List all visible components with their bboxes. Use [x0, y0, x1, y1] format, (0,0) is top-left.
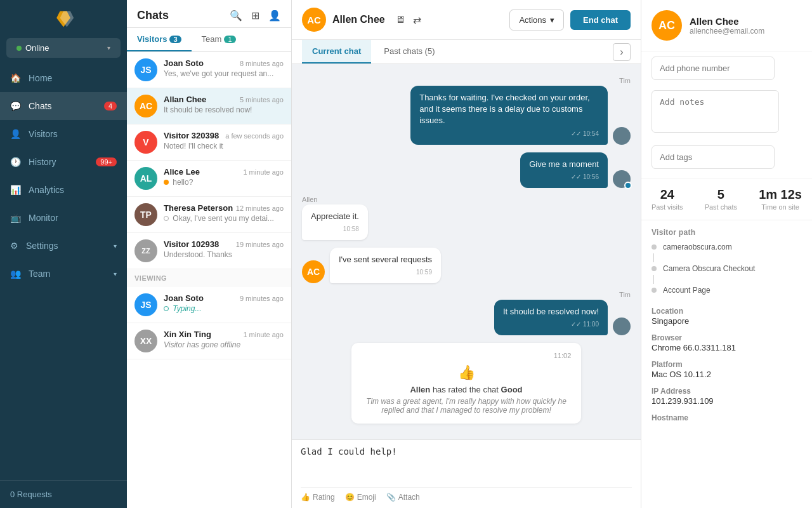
sidebar-item-team[interactable]: 👥 Team ▾: [0, 260, 127, 288]
chat-name: Joan Soto: [164, 58, 204, 68]
sidebar-item-chats[interactable]: 💬 Chats 4: [0, 92, 127, 120]
tab-arrow[interactable]: ›: [613, 43, 631, 61]
chats-icon: 💬: [10, 101, 21, 111]
status-selector[interactable]: Online ▾: [6, 38, 121, 58]
list-item[interactable]: AL Alice Lee 1 minute ago hello?: [127, 161, 291, 197]
chat-time: a few seconds ago: [225, 132, 284, 140]
stat-label: Past visits: [652, 203, 683, 211]
requests-label: 0 Requests: [10, 490, 52, 499]
sidebar-nav: 🏠 Home 💬 Chats 4 👤 Visitors 🕐 History 99…: [0, 64, 127, 480]
message-bubble: Give me a moment ✓✓ 10:56: [520, 152, 608, 188]
rating-icon: 👍: [301, 493, 310, 502]
avatar: TP: [134, 203, 157, 226]
message-bubble: I've sent several requests 10:59: [330, 248, 441, 283]
chat-time: 12 minutes ago: [236, 204, 284, 212]
chat-tabs: Visitors 3 Team 1: [127, 28, 291, 52]
sidebar-item-label: History: [29, 157, 56, 167]
stat-value: 1m 12s: [759, 187, 802, 202]
chat-preview: Typing...: [164, 304, 284, 313]
tab-current-chat[interactable]: Current chat: [302, 40, 371, 64]
path-dot: [652, 244, 657, 250]
message-bubble: Thanks for waiting. I've checked on your…: [410, 86, 608, 145]
tab-visitors[interactable]: Visitors 3: [127, 28, 192, 51]
sidebar-item-label: Analytics: [29, 185, 64, 195]
stat-value: 5: [705, 187, 737, 202]
list-item[interactable]: JS Joan Soto 8 minutes ago Yes, we've go…: [127, 52, 291, 88]
visitor-path-header: Visitor path: [641, 220, 812, 241]
message-row: It should be resolved now! ✓✓ 11:00: [302, 300, 631, 335]
list-item[interactable]: JS Joan Soto 9 minutes ago Typing...: [127, 287, 291, 323]
topbar-right: Actions ▾ End chat: [509, 10, 631, 30]
list-item[interactable]: TP Theresa Peterson 12 minutes ago Okay,…: [127, 197, 291, 233]
browser-row: Browser Chrome 66.0.3311.181: [641, 330, 812, 356]
end-chat-button[interactable]: End chat: [570, 10, 631, 30]
stats-row: 24 Past visits 5 Past chats 1m 12s Time …: [641, 178, 812, 220]
chat-topbar: AC Allen Chee 🖥 ⇄ Actions ▾ End chat: [292, 0, 641, 40]
chat-preview: It should be resolved now!: [164, 105, 284, 114]
grid-icon[interactable]: ⊞: [251, 10, 259, 22]
right-panel: AC Allen Chee allenchee@email.com 24 Pas…: [641, 0, 812, 508]
sidebar-item-analytics[interactable]: 📊 Analytics: [0, 176, 127, 204]
emoji-action[interactable]: 😊 Emoji: [345, 493, 376, 502]
chats-badge: 4: [104, 102, 117, 110]
sidebar-item-visitors[interactable]: 👤 Visitors: [0, 120, 127, 148]
list-item[interactable]: V Visitor 320398 a few seconds ago Noted…: [127, 124, 291, 161]
chat-time: 1 minute ago: [243, 331, 284, 338]
rating-container: 11:02 👍 Allen has rated the chat Good Ti…: [302, 343, 631, 424]
agent-avatar: [613, 127, 631, 145]
chat-preview: hello?: [164, 178, 284, 187]
chat-preview: Noted! I'll check it: [164, 142, 284, 150]
chat-time: 5 minutes ago: [240, 96, 284, 104]
message-input[interactable]: Glad I could help!: [301, 446, 632, 485]
list-item[interactable]: XX Xin Xin Ting 1 minute ago Visitor has…: [127, 323, 291, 359]
rating-card: 11:02 👍 Allen has rated the chat Good Ti…: [351, 343, 582, 424]
avatar: V: [134, 131, 157, 154]
message-bubble: Appreciate it. 10:58: [302, 204, 368, 240]
actions-button[interactable]: Actions ▾: [509, 10, 564, 30]
chat-name: Allan Chee: [164, 95, 206, 104]
settings-chevron: ▾: [114, 243, 117, 250]
path-line: [653, 275, 654, 284]
sidebar-item-history[interactable]: 🕐 History 99+: [0, 148, 127, 176]
stat-value: 24: [652, 187, 683, 202]
chat-message-tabs: Current chat Past chats (5) ›: [292, 40, 641, 64]
stat-time-on-site: 1m 12s Time on site: [759, 187, 802, 211]
chat-name: Visitor 102938: [164, 239, 219, 249]
avatar: ZZ: [134, 239, 157, 262]
message-row: Thanks for waiting. I've checked on your…: [302, 86, 631, 145]
list-item[interactable]: AC Allan Chee 5 minutes ago It should be…: [127, 88, 291, 124]
ip-address-row: IP Address 101.239.931.109: [641, 383, 812, 410]
hostname-row: Hostname: [641, 410, 812, 427]
status-dot: [164, 180, 169, 185]
sidebar-item-home[interactable]: 🏠 Home: [0, 64, 127, 92]
path-line: [653, 253, 654, 262]
sidebar-item-monitor[interactable]: 📺 Monitor: [0, 204, 127, 232]
messages-container: Tim Thanks for waiting. I've checked on …: [292, 64, 641, 439]
list-item[interactable]: ZZ Visitor 102938 19 minutes ago Underst…: [127, 233, 291, 269]
search-icon[interactable]: 🔍: [230, 10, 242, 22]
input-toolbar: 👍 Rating 😊 Emoji 📎 Attach: [301, 487, 632, 502]
phone-input[interactable]: [652, 57, 775, 80]
rating-action[interactable]: 👍 Rating: [301, 493, 335, 502]
chat-preview: Okay, I've sent you my detai...: [164, 214, 284, 223]
message-time: ✓✓ 11:00: [503, 320, 599, 329]
sender-label: Tim: [302, 77, 631, 84]
attach-action[interactable]: 📎 Attach: [386, 493, 420, 502]
path-text: cameraobscura.com: [663, 243, 732, 251]
user-avatar-icon[interactable]: 👤: [268, 10, 281, 22]
tab-past-chats[interactable]: Past chats (5): [374, 40, 445, 64]
avatar: JS: [134, 58, 157, 81]
monitor-icon[interactable]: 🖥: [395, 14, 405, 26]
path-item: Camera Obscura Checkout: [641, 262, 812, 275]
requests-section: 0 Requests: [0, 480, 127, 508]
transfer-icon[interactable]: ⇄: [413, 14, 421, 26]
attach-icon: 📎: [386, 493, 396, 502]
chat-preview: Yes, we've got your request an...: [164, 69, 284, 78]
notes-input[interactable]: [652, 90, 779, 133]
sidebar-item-settings[interactable]: ⚙ Settings ▾: [0, 232, 127, 260]
tab-team[interactable]: Team 1: [192, 28, 246, 51]
agent-avatar: [613, 170, 631, 188]
history-icon: 🕐: [10, 157, 21, 167]
tags-input[interactable]: [652, 145, 775, 169]
topbar-icons: 🖥 ⇄: [395, 14, 421, 26]
